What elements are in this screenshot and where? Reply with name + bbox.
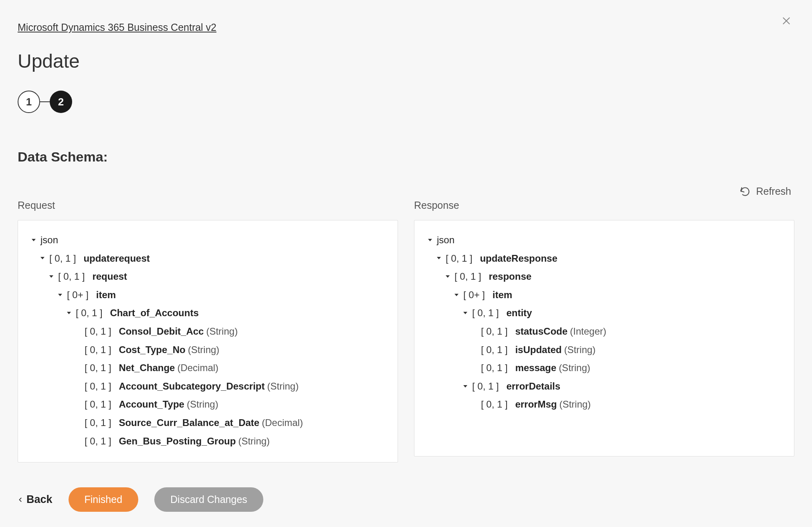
cardinality: [ 0, 1 ]	[472, 304, 499, 322]
tree-leaf[interactable]: [ 0, 1 ] Net_Change (Decimal)	[73, 359, 386, 377]
node-name: updaterequest	[83, 249, 149, 268]
tree-leaf[interactable]: [ 0, 1 ] Gen_Bus_Posting_Group (String)	[73, 432, 386, 450]
tree-node-request[interactable]: [ 0, 1 ] request	[47, 267, 386, 286]
chevron-left-icon	[18, 497, 23, 503]
step-1[interactable]: 1	[18, 91, 40, 113]
cardinality: [ 0, 1 ]	[85, 395, 111, 414]
back-label: Back	[26, 493, 53, 506]
step-connector	[40, 101, 50, 102]
cardinality: [ 0, 1 ]	[481, 341, 508, 359]
chevron-down-icon[interactable]	[29, 236, 38, 244]
tree-leaf[interactable]: [ 0, 1 ] Cost_Type_No (String)	[73, 341, 386, 359]
tree-node-json[interactable]: json	[426, 231, 783, 249]
request-column: Request json [ 0, 1 ] updaterequest	[18, 200, 398, 462]
node-name: Cost_Type_No	[119, 341, 185, 359]
node-name: Gen_Bus_Posting_Group	[119, 432, 236, 450]
node-type: (String)	[187, 395, 218, 414]
chevron-down-icon[interactable]	[443, 272, 452, 281]
chevron-down-icon[interactable]	[56, 291, 65, 299]
tree-node-label: json	[40, 231, 58, 249]
chevron-down-icon[interactable]	[65, 309, 73, 317]
node-type: (String)	[238, 432, 270, 450]
tree-node-response[interactable]: [ 0, 1 ] response	[443, 267, 783, 286]
tree-node-chart-of-accounts[interactable]: [ 0, 1 ] Chart_of_Accounts	[65, 304, 386, 322]
chevron-down-icon[interactable]	[434, 254, 443, 262]
tree-node-item[interactable]: [ 0+ ] item	[452, 286, 783, 304]
chevron-down-icon[interactable]	[426, 236, 434, 244]
response-panel: json [ 0, 1 ] updateResponse [ 0, 1 ] re…	[414, 220, 794, 456]
chevron-down-icon[interactable]	[452, 291, 461, 299]
request-label: Request	[18, 200, 398, 211]
node-name: errorDetails	[506, 377, 560, 396]
cardinality: [ 0, 1 ]	[481, 322, 508, 341]
node-name: request	[92, 267, 127, 286]
chevron-down-icon[interactable]	[47, 272, 56, 281]
chevron-down-icon[interactable]	[461, 382, 470, 391]
tree-leaf[interactable]: [ 0, 1 ] Source_Curr_Balance_at_Date (De…	[73, 414, 386, 432]
tree-leaf[interactable]: [ 0, 1 ] message (String)	[470, 359, 783, 377]
close-button[interactable]	[778, 13, 794, 29]
tree-node-updaterequest[interactable]: [ 0, 1 ] updaterequest	[38, 249, 386, 268]
chevron-down-icon[interactable]	[38, 254, 47, 262]
chevron-down-icon[interactable]	[461, 309, 470, 317]
cardinality: [ 0, 1 ]	[446, 249, 473, 268]
refresh-icon	[740, 186, 750, 197]
finished-button[interactable]: Finished	[69, 487, 139, 512]
node-name: Chart_of_Accounts	[110, 304, 198, 322]
node-name: message	[515, 359, 556, 377]
page-title: Update	[18, 50, 794, 72]
node-type: (String)	[188, 341, 220, 359]
tree-node-entity[interactable]: [ 0, 1 ] entity	[461, 304, 783, 322]
cardinality: [ 0, 1 ]	[85, 341, 111, 359]
back-button[interactable]: Back	[18, 493, 53, 506]
node-name: updateResponse	[480, 249, 557, 268]
node-name: Account_Type	[119, 395, 184, 414]
node-name: entity	[506, 304, 532, 322]
response-label: Response	[414, 200, 794, 211]
cardinality: [ 0+ ]	[67, 286, 89, 304]
node-name: item	[96, 286, 116, 304]
node-name: Source_Curr_Balance_at_Date	[119, 414, 259, 432]
node-name: Consol_Debit_Acc	[119, 322, 204, 341]
close-icon	[781, 16, 792, 26]
refresh-button[interactable]: Refresh	[740, 186, 791, 197]
node-name: statusCode	[515, 322, 568, 341]
node-type: (Decimal)	[177, 359, 218, 377]
tree-leaf[interactable]: [ 0, 1 ] Account_Type (String)	[73, 395, 386, 414]
stepper: 1 2	[18, 91, 794, 113]
tree-leaf[interactable]: [ 0, 1 ] Consol_Debit_Acc (String)	[73, 322, 386, 341]
cardinality: [ 0, 1 ]	[85, 359, 111, 377]
cardinality: [ 0, 1 ]	[85, 377, 111, 396]
cardinality: [ 0, 1 ]	[58, 267, 85, 286]
breadcrumb-link[interactable]: Microsoft Dynamics 365 Business Central …	[18, 22, 216, 33]
node-name: Account_Subcategory_Descript	[119, 377, 265, 396]
discard-changes-button[interactable]: Discard Changes	[154, 487, 263, 512]
tree-leaf[interactable]: [ 0, 1 ] Account_Subcategory_Descript (S…	[73, 377, 386, 396]
node-type: (String)	[559, 395, 591, 414]
tree-leaf[interactable]: [ 0, 1 ] statusCode (Integer)	[470, 322, 783, 341]
section-title: Data Schema:	[18, 149, 794, 165]
node-type: (Integer)	[570, 322, 606, 341]
request-panel: json [ 0, 1 ] updaterequest [ 0, 1 ] req…	[18, 220, 398, 462]
node-type: (String)	[564, 341, 596, 359]
cardinality: [ 0, 1 ]	[76, 304, 103, 322]
tree-node-updateresponse[interactable]: [ 0, 1 ] updateResponse	[434, 249, 783, 268]
request-tree: json [ 0, 1 ] updaterequest [ 0, 1 ] req…	[29, 231, 386, 450]
cardinality: [ 0, 1 ]	[85, 414, 111, 432]
cardinality: [ 0, 1 ]	[49, 249, 76, 268]
tree-node-errordetails[interactable]: [ 0, 1 ] errorDetails	[461, 377, 783, 396]
tree-leaf[interactable]: [ 0, 1 ] isUpdated (String)	[470, 341, 783, 359]
cardinality: [ 0, 1 ]	[481, 395, 508, 414]
response-tree: json [ 0, 1 ] updateResponse [ 0, 1 ] re…	[426, 231, 783, 414]
node-type: (String)	[206, 322, 238, 341]
tree-node-item[interactable]: [ 0+ ] item	[56, 286, 386, 304]
cardinality: [ 0, 1 ]	[472, 377, 499, 396]
node-name: errorMsg	[515, 395, 557, 414]
node-name: Net_Change	[119, 359, 175, 377]
tree-leaf[interactable]: [ 0, 1 ] errorMsg (String)	[470, 395, 783, 414]
tree-node-label: json	[437, 231, 454, 249]
node-name: response	[489, 267, 531, 286]
node-type: (Decimal)	[262, 414, 303, 432]
tree-node-json[interactable]: json	[29, 231, 386, 249]
step-2[interactable]: 2	[50, 91, 72, 113]
